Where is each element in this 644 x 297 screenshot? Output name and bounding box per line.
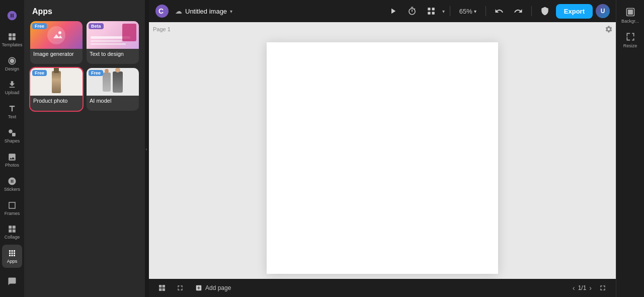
logo-button[interactable] bbox=[2, 4, 22, 27]
toolbar-divider-1 bbox=[450, 6, 450, 16]
right-panel-resize-label: Resize bbox=[623, 43, 637, 48]
page-navigation: ‹ 1/1 › bbox=[573, 284, 592, 292]
expand-button[interactable] bbox=[173, 281, 187, 295]
app-ai-model-label: AI model bbox=[87, 96, 139, 106]
right-panel-background-label: Backgr... bbox=[621, 19, 639, 24]
badge-free-ai: Free bbox=[89, 70, 103, 76]
file-name: Untitled image bbox=[185, 8, 227, 15]
canvas-workspace: Page 1 bbox=[149, 22, 616, 279]
svg-rect-1 bbox=[13, 33, 16, 36]
app-image-generator-label: Image generator bbox=[30, 49, 83, 59]
sidebar-item-comments[interactable] bbox=[2, 270, 22, 293]
app-product-photo-label: Product photo bbox=[30, 96, 83, 106]
toolbar-actions: ▾ 65% ▾ bbox=[385, 3, 610, 19]
sidebar-label-collage: Collage bbox=[5, 235, 20, 240]
redo-button[interactable] bbox=[510, 3, 526, 19]
svg-rect-10 bbox=[428, 8, 430, 10]
sidebar-label-frames: Frames bbox=[5, 211, 20, 216]
app-text-design-label: Text to design bbox=[87, 49, 139, 59]
sidebar-label-text: Text bbox=[8, 114, 17, 119]
page-counter: 1/1 bbox=[578, 284, 587, 291]
shield-button[interactable] bbox=[537, 3, 553, 19]
svg-rect-12 bbox=[432, 12, 434, 15]
undo-button[interactable] bbox=[491, 3, 507, 19]
user-avatar[interactable]: U bbox=[596, 4, 610, 18]
add-page-button[interactable]: Add page bbox=[191, 282, 235, 293]
canvas-page bbox=[267, 42, 498, 274]
svg-text:C: C bbox=[158, 7, 164, 15]
svg-rect-5 bbox=[12, 133, 16, 136]
sidebar-item-photos[interactable]: Photos bbox=[2, 148, 22, 172]
badge-free-product: Free bbox=[32, 70, 47, 76]
file-icon: ☁ bbox=[175, 7, 182, 15]
sidebar-label-templates: Templates bbox=[2, 42, 22, 47]
svg-point-4 bbox=[9, 129, 13, 133]
zoom-level: 65% bbox=[459, 8, 472, 15]
app-card-text-to-design[interactable]: Beta Text to design bbox=[87, 21, 139, 64]
app-card-image-generator[interactable]: Free Image generator bbox=[30, 21, 83, 64]
page-label: Page 1 bbox=[153, 26, 171, 32]
file-section: ☁ Untitled image ▾ bbox=[175, 7, 232, 15]
layout-button[interactable] bbox=[423, 3, 439, 19]
apps-panel-title: Apps bbox=[24, 0, 145, 21]
sidebar-label-shapes: Shapes bbox=[5, 138, 20, 143]
sidebar-item-frames[interactable]: Frames bbox=[2, 197, 22, 220]
top-toolbar: C ☁ Untitled image ▾ ▾ bbox=[149, 0, 616, 22]
sidebar-label-stickers: Stickers bbox=[4, 187, 20, 192]
grid-view-button[interactable] bbox=[155, 281, 169, 295]
badge-beta-text: Beta bbox=[89, 23, 104, 29]
main-area: C ☁ Untitled image ▾ ▾ bbox=[149, 0, 616, 297]
add-page-label: Add page bbox=[205, 284, 231, 291]
sidebar-label-apps: Apps bbox=[7, 259, 18, 264]
sidebar-item-design[interactable]: Design bbox=[2, 52, 22, 76]
panel-resize-handle[interactable]: ··· bbox=[145, 0, 149, 297]
zoom-control[interactable]: 65% ▾ bbox=[455, 6, 480, 17]
zoom-dropdown-arrow: ▾ bbox=[474, 9, 476, 14]
left-sidebar: Templates Design Upload Text Shapes Phot… bbox=[0, 0, 24, 297]
sidebar-label-upload: Upload bbox=[5, 90, 20, 95]
sidebar-item-text[interactable]: Text bbox=[2, 100, 22, 123]
svg-rect-13 bbox=[428, 12, 430, 15]
sidebar-item-stickers[interactable]: Stickers bbox=[2, 173, 22, 196]
apps-panel: Apps Free Image generator Beta bbox=[24, 0, 145, 297]
apps-grid: Free Image generator Beta bbox=[24, 21, 145, 111]
sidebar-item-apps[interactable]: Apps bbox=[2, 245, 22, 268]
prev-page-button[interactable]: ‹ bbox=[573, 284, 575, 292]
timer-button[interactable] bbox=[404, 3, 420, 19]
svg-rect-2 bbox=[9, 37, 12, 40]
right-panel-resize[interactable]: Resize bbox=[619, 29, 642, 51]
svg-rect-0 bbox=[9, 33, 12, 36]
right-panel: Backgr... Resize bbox=[616, 0, 644, 297]
svg-rect-11 bbox=[432, 8, 434, 10]
toolbar-divider-3 bbox=[531, 6, 532, 16]
sidebar-item-upload[interactable]: Upload bbox=[2, 76, 22, 99]
fullscreen-button[interactable] bbox=[596, 281, 610, 295]
app-card-ai-model[interactable]: Free AI model bbox=[87, 68, 139, 111]
right-panel-background[interactable]: Backgr... bbox=[619, 4, 642, 27]
sidebar-item-templates[interactable]: Templates bbox=[2, 28, 22, 51]
play-button[interactable] bbox=[385, 3, 401, 19]
badge-free-image: Free bbox=[32, 23, 47, 29]
sidebar-item-shapes[interactable]: Shapes bbox=[2, 124, 22, 147]
file-dropdown-arrow[interactable]: ▾ bbox=[230, 9, 232, 14]
sidebar-item-collage[interactable]: Collage bbox=[2, 220, 22, 244]
layout-dropdown-arrow[interactable]: ▾ bbox=[442, 9, 445, 14]
sidebar-label-design: Design bbox=[5, 66, 19, 71]
svg-rect-3 bbox=[13, 37, 16, 40]
page-settings-icon[interactable] bbox=[605, 25, 613, 35]
bottom-bar: Add page ‹ 1/1 › bbox=[149, 279, 616, 297]
app-card-product-photo[interactable]: Free Product photo bbox=[30, 68, 83, 111]
svg-rect-15 bbox=[628, 10, 633, 15]
export-button[interactable]: Export bbox=[556, 4, 593, 19]
svg-point-7 bbox=[58, 31, 61, 34]
sidebar-label-photos: Photos bbox=[5, 163, 19, 168]
next-page-button[interactable]: › bbox=[589, 284, 592, 292]
canva-logo: C bbox=[155, 4, 169, 18]
toolbar-divider-2 bbox=[486, 6, 486, 16]
